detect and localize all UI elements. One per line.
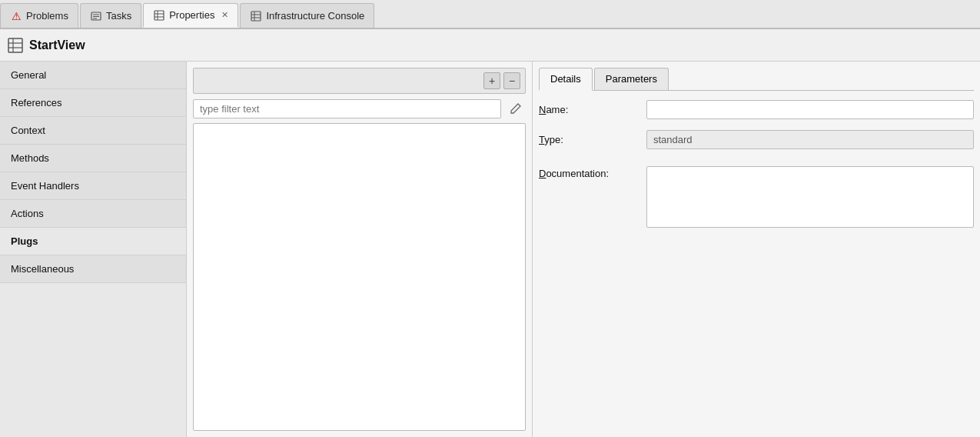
name-label: Name: [539,104,646,115]
type-input[interactable] [646,130,974,149]
name-row: Name: [539,100,974,119]
name-input[interactable] [646,100,974,119]
filter-input[interactable] [193,99,501,118]
tab-infrastructure[interactable]: Infrastructure Console [240,3,374,28]
documentation-textarea[interactable] [646,166,974,228]
right-panel: Details Parameters Name: Type: Documenta… [533,62,980,437]
sidebar-item-actions[interactable]: Actions [0,200,186,228]
documentation-row: Documentation: [539,166,974,228]
page-title: StartView [29,38,85,52]
sidebar-item-references[interactable]: References [0,89,186,117]
tab-infrastructure-label: Infrastructure Console [266,10,364,22]
center-panel: + − [187,62,533,437]
documentation-label: Documentation: [539,166,646,179]
tab-tasks-label: Tasks [106,10,131,22]
tab-details[interactable]: Details [539,68,593,91]
svg-rect-8 [251,12,261,21]
tab-tasks[interactable]: Tasks [80,3,141,28]
svg-rect-4 [154,11,164,20]
type-row: Type: [539,130,974,149]
filter-row [193,98,526,118]
sidebar-item-general[interactable]: General [0,62,186,89]
type-label: Type: [539,134,646,145]
tab-problems[interactable]: ⚠ Problems [0,3,78,28]
add-button[interactable]: + [483,72,500,89]
tab-problems-label: Problems [26,10,68,22]
detail-tabs-row: Details Parameters [539,68,974,91]
properties-icon [153,9,165,22]
sidebar-item-methods[interactable]: Methods [0,145,186,172]
tab-properties-close[interactable]: ✕ [221,10,228,20]
sidebar-item-event-handlers[interactable]: Event Handlers [0,172,186,200]
edit-icon[interactable] [506,98,526,118]
problems-icon: ⚠ [10,10,22,22]
title-bar: StartView [0,29,980,62]
sidebar: General References Context Methods Event… [0,62,187,437]
tasks-icon [90,10,102,22]
main-content: General References Context Methods Event… [0,62,980,437]
sidebar-item-miscellaneous[interactable]: Miscellaneous [0,255,186,283]
tab-properties-label: Properties [169,9,214,21]
page-title-icon [8,38,23,53]
sidebar-item-context[interactable]: Context [0,117,186,145]
tab-properties[interactable]: Properties ✕ [143,3,238,28]
list-area [193,123,526,431]
tab-bar: ⚠ Problems Tasks Properties ✕ Infrastruc… [0,0,980,29]
remove-button[interactable]: − [503,72,520,89]
infrastructure-icon [250,10,262,22]
sidebar-item-plugs[interactable]: Plugs [0,228,186,255]
center-toolbar: + − [193,68,526,94]
tab-parameters[interactable]: Parameters [594,68,669,90]
svg-rect-12 [8,38,22,52]
